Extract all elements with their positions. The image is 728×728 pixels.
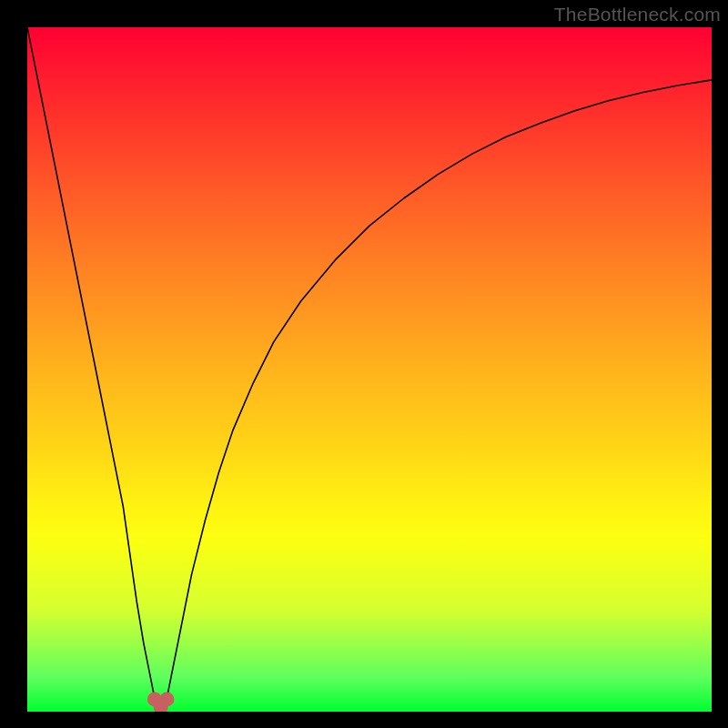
chart-svg — [27, 27, 712, 712]
bottleneck-markers — [147, 692, 175, 712]
chart-plot-area — [27, 27, 712, 712]
bottleneck-curve — [27, 27, 712, 707]
watermark-text: TheBottleneck.com — [554, 4, 721, 25]
chart-frame: TheBottleneck.com — [0, 0, 728, 728]
